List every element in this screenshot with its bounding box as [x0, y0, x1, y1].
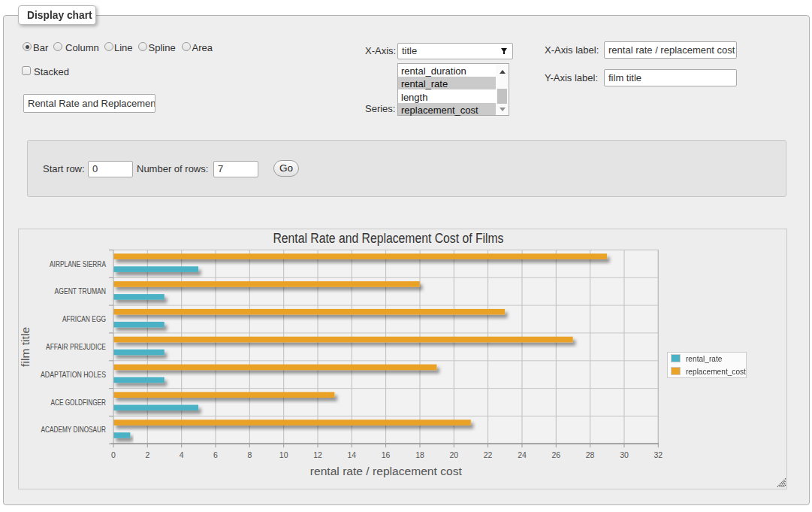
svg-text:film title: film title [20, 327, 32, 367]
svg-text:0: 0 [111, 450, 116, 459]
svg-text:24: 24 [518, 450, 527, 459]
svg-text:12: 12 [313, 450, 322, 459]
svg-text:2: 2 [145, 450, 149, 459]
svg-text:32: 32 [654, 450, 663, 459]
svg-text:AIRPLANE SIERRA: AIRPLANE SIERRA [50, 259, 106, 268]
svg-text:8: 8 [247, 450, 252, 459]
svg-text:14: 14 [347, 450, 356, 459]
svg-text:4: 4 [180, 450, 184, 459]
svg-text:AGENT TRUMAN: AGENT TRUMAN [55, 286, 107, 295]
svg-text:28: 28 [586, 450, 595, 459]
svg-text:AFRICAN EGG: AFRICAN EGG [62, 314, 106, 323]
svg-text:16: 16 [382, 450, 391, 459]
svg-text:Rental Rate and Replacement Co: Rental Rate and Replacement Cost of Film… [273, 231, 504, 246]
svg-text:ACE GOLDFINGER: ACE GOLDFINGER [51, 398, 107, 407]
svg-text:AFFAIR PREJUDICE: AFFAIR PREJUDICE [46, 342, 106, 351]
svg-text:10: 10 [279, 450, 288, 459]
svg-text:18: 18 [415, 450, 424, 459]
svg-text:20: 20 [449, 450, 458, 459]
svg-text:6: 6 [213, 450, 218, 459]
svg-text:rental rate / replacement cost: rental rate / replacement cost [310, 465, 462, 477]
svg-text:ACADEMY DINOSAUR: ACADEMY DINOSAUR [41, 425, 107, 434]
svg-text:30: 30 [620, 450, 629, 459]
svg-text:ADAPTATION HOLES: ADAPTATION HOLES [41, 370, 106, 379]
svg-text:26: 26 [551, 450, 560, 459]
svg-text:22: 22 [484, 450, 493, 459]
